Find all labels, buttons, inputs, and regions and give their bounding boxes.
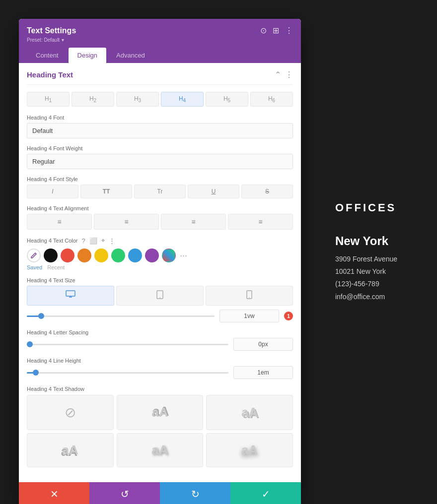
tab-h6[interactable]: H6 bbox=[250, 92, 293, 107]
undo-button[interactable]: ↺ bbox=[89, 482, 160, 504]
color-swatch-purple[interactable] bbox=[145, 249, 159, 262]
heading4-shadow-group: Heading 4 Text Shadow ⊘ aA aA aA bbox=[27, 386, 293, 467]
preset-arrow-icon: ▾ bbox=[62, 37, 64, 43]
section-header-icons: ⌃ ⋮ bbox=[275, 70, 293, 79]
color-swatches: ··· bbox=[27, 249, 293, 262]
save-button[interactable]: ✓ bbox=[230, 482, 301, 504]
panel-header: Text Settings ⊙ ⊞ ⋮ Preset: Default ▾ Co… bbox=[19, 19, 301, 63]
collapse-icon[interactable]: ⌃ bbox=[275, 70, 281, 79]
panel-body: Heading Text ⌃ ⋮ H1 H2 H3 H4 H5 H6 Headi… bbox=[19, 63, 301, 482]
save-icon: ✓ bbox=[262, 488, 270, 500]
layout-icon[interactable]: ⊞ bbox=[273, 26, 279, 35]
heading4-font-select[interactable]: Default bbox=[27, 123, 293, 138]
shadow-bottom-left[interactable]: aA bbox=[27, 433, 114, 467]
shadow-heavy[interactable]: aA bbox=[206, 433, 293, 467]
saved-label[interactable]: Saved bbox=[27, 264, 42, 270]
preset-label[interactable]: Preset: Default ▾ bbox=[27, 37, 293, 43]
shadow-none[interactable]: ⊘ bbox=[27, 395, 114, 430]
tab-design[interactable]: Design bbox=[69, 48, 106, 63]
line-height-thumb[interactable] bbox=[33, 370, 39, 376]
shadow-top-right[interactable]: aA bbox=[117, 395, 204, 430]
shadow-bottom-right[interactable]: aA bbox=[206, 395, 293, 430]
tab-h5[interactable]: H5 bbox=[206, 92, 248, 107]
saved-recent: Saved Recent bbox=[27, 264, 293, 270]
align-left[interactable]: ≡ bbox=[27, 214, 92, 230]
color-swatch-blue[interactable] bbox=[128, 249, 142, 262]
device-desktop[interactable] bbox=[27, 286, 114, 306]
style-italic[interactable]: I bbox=[27, 185, 78, 198]
color-help-icon[interactable]: ? bbox=[82, 237, 85, 245]
tab-content[interactable]: Content bbox=[27, 48, 68, 63]
shadow-blur[interactable]: aA bbox=[117, 433, 204, 467]
color-swatch-green[interactable] bbox=[111, 249, 125, 262]
style-strikethrough[interactable]: S bbox=[241, 185, 293, 198]
tab-h1[interactable]: H1 bbox=[27, 92, 70, 107]
line-height-value[interactable]: 1em bbox=[233, 366, 293, 379]
settings-panel: Text Settings ⊙ ⊞ ⋮ Preset: Default ▾ Co… bbox=[19, 19, 301, 504]
target-icon[interactable]: ⊙ bbox=[260, 26, 267, 35]
heading4-weight-group: Heading 4 Font Weight Regular bbox=[27, 145, 293, 169]
color-edit-swatch[interactable] bbox=[27, 249, 41, 262]
undo-icon: ↺ bbox=[121, 488, 129, 500]
more-icon[interactable]: ⋮ bbox=[285, 26, 293, 35]
heading4-letter-spacing-label: Heading 4 Letter Spacing bbox=[27, 329, 293, 335]
size-slider-value[interactable]: 1vw bbox=[219, 310, 279, 322]
style-uppercase[interactable]: TT bbox=[80, 185, 132, 198]
tab-h2[interactable]: H2 bbox=[72, 92, 114, 107]
color-swatch-red[interactable] bbox=[61, 249, 74, 262]
align-justify[interactable]: ≡ bbox=[228, 214, 293, 230]
address-line2: 10021 New York bbox=[335, 265, 397, 278]
heading4-shadow-label: Heading 4 Text Shadow bbox=[27, 386, 293, 392]
style-buttons: I TT Tr U S bbox=[27, 185, 293, 198]
preset-text: Preset: Default bbox=[27, 37, 60, 43]
shadow-blur-text: aA bbox=[151, 442, 168, 458]
color-swatch-black[interactable] bbox=[44, 249, 58, 262]
color-more-dots[interactable]: ··· bbox=[180, 251, 187, 261]
heading4-color-label: Heading 4 Text Color bbox=[27, 238, 78, 244]
align-center[interactable]: ≡ bbox=[94, 214, 159, 230]
style-underline[interactable]: U bbox=[188, 185, 239, 198]
heading4-font-label: Heading 4 Font bbox=[27, 115, 293, 121]
device-mobile[interactable] bbox=[206, 286, 293, 306]
recent-label[interactable]: Recent bbox=[47, 264, 65, 270]
no-shadow-icon: ⊘ bbox=[65, 404, 76, 421]
line-height-slider-row: 1em bbox=[27, 366, 293, 379]
color-label-row: Heading 4 Text Color ? ⬜ ⌖ ⋮ bbox=[27, 237, 293, 245]
heading4-line-height-label: Heading 4 Line Height bbox=[27, 358, 293, 364]
tab-advanced[interactable]: Advanced bbox=[107, 48, 154, 63]
color-swatch-gradient[interactable] bbox=[162, 249, 176, 262]
section-title: Heading Text bbox=[27, 70, 73, 79]
size-slider-thumb[interactable] bbox=[38, 313, 44, 319]
line-height-slider-track[interactable] bbox=[27, 372, 228, 374]
style-capitalize[interactable]: Tr bbox=[134, 185, 186, 198]
offices-section: OFFICES New York 3909 Forest Avenue 1002… bbox=[335, 201, 397, 303]
color-swatch-yellow[interactable] bbox=[94, 249, 108, 262]
tab-h3[interactable]: H3 bbox=[116, 92, 159, 107]
cancel-icon: ✕ bbox=[50, 488, 59, 500]
office-city: New York bbox=[335, 234, 397, 248]
shadow-heavy-text: aA bbox=[241, 442, 258, 458]
device-tablet[interactable] bbox=[116, 286, 204, 306]
heading4-weight-select[interactable]: Regular bbox=[27, 154, 293, 169]
tab-h4[interactable]: H4 bbox=[161, 92, 204, 107]
size-slider-track[interactable] bbox=[27, 315, 215, 317]
heading-tabs: H1 H2 H3 H4 H5 H6 bbox=[27, 92, 293, 107]
align-right[interactable]: ≡ bbox=[161, 214, 226, 230]
section-more-icon[interactable]: ⋮ bbox=[285, 70, 293, 79]
office-address: 3909 Forest Avenue 10021 New York (123)-… bbox=[335, 253, 397, 303]
shadow-br-text: aA bbox=[241, 405, 258, 420]
heading4-font-group: Heading 4 Font Default bbox=[27, 115, 293, 138]
svg-rect-0 bbox=[66, 291, 75, 296]
letter-spacing-thumb[interactable] bbox=[27, 341, 33, 347]
size-slider-row: 1vw 1 bbox=[27, 310, 293, 322]
redo-button[interactable]: ↻ bbox=[160, 482, 230, 504]
letter-spacing-slider-track[interactable] bbox=[27, 344, 228, 345]
heading4-letter-spacing-group: Heading 4 Letter Spacing 0px bbox=[27, 329, 293, 351]
color-swatch-orange[interactable] bbox=[77, 249, 91, 262]
color-more-icon[interactable]: ⋮ bbox=[109, 237, 115, 245]
color-copy-icon[interactable]: ⬜ bbox=[89, 237, 97, 245]
letter-spacing-slider-row: 0px bbox=[27, 338, 293, 351]
letter-spacing-value[interactable]: 0px bbox=[233, 338, 293, 351]
cancel-button[interactable]: ✕ bbox=[19, 482, 89, 504]
color-picker-icon[interactable]: ⌖ bbox=[101, 237, 105, 245]
